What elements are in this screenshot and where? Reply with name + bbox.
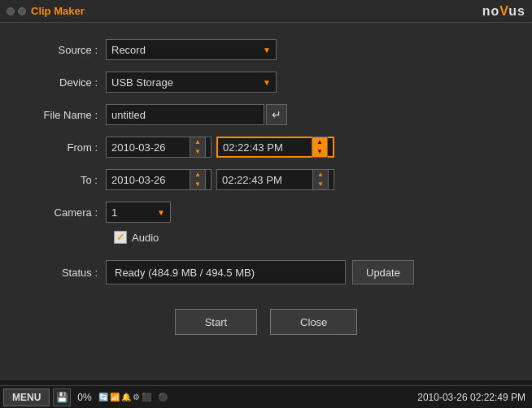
settings-icon: ⚙ [133,393,140,401]
camera-control: 1 ▼ [106,202,171,223]
source-arrow-icon: ▼ [263,46,271,54]
status-label: Status : [33,267,106,279]
to-time-field[interactable]: 02:22:43 PM ▲ ▼ [216,169,334,190]
to-time-up-btn[interactable]: ▲ [313,170,328,180]
to-date-down-btn[interactable]: ▼ [190,180,205,189]
source-value: Record [111,44,146,56]
camera-row: Camera : 1 ▼ [33,202,499,223]
status-field: Ready (484.9 MB / 494.5 MB) [106,260,346,284]
filename-row: File Name : ↵ [33,104,499,125]
to-time-spinner: ▲ ▼ [312,169,329,190]
from-label: From : [33,141,106,154]
camera-value: 1 [111,206,117,219]
close-button[interactable]: Close [270,309,357,335]
signal-icon: ⚫ [158,393,168,401]
from-date-up-btn[interactable]: ▲ [190,137,205,147]
from-date-spinner: ▲ ▼ [190,137,206,158]
network-icon: 📶 [110,393,120,401]
from-time-field[interactable]: 02:22:43 PM ▲ ▼ [216,137,334,158]
camera-dropdown[interactable]: 1 ▼ [106,202,171,223]
device-label: Device : [33,76,106,89]
device-dropdown[interactable]: USB Storage ▼ [106,72,277,93]
main-content: Source : Record ▼ Device : USB Storage ▼… [0,23,532,380]
title-bar-left: Clip Maker [7,5,85,17]
audio-checkbox[interactable]: ✓ [114,231,127,244]
to-label: To : [33,174,106,186]
from-row: From : 2010-03-26 ▲ ▼ 02:22:43 PM ▲ ▼ [33,137,499,158]
device-value: USB Storage [111,76,173,89]
from-date-field[interactable]: 2010-03-26 ▲ ▼ [106,137,211,158]
from-time-down-btn[interactable]: ▼ [312,147,327,157]
dot-1 [7,7,15,15]
to-time-down-btn[interactable]: ▼ [313,180,328,189]
taskbar-status-icons: 🔄 📶 🔔 ⚙ ⬛ [98,393,151,401]
enter-icon[interactable]: ↵ [266,104,287,125]
to-time-value: 02:22:43 PM [222,174,282,186]
to-date-spinner: ▲ ▼ [190,169,206,190]
checkbox-check-icon: ✓ [116,232,124,243]
camera-arrow-icon: ▼ [157,208,165,217]
from-control: 2010-03-26 ▲ ▼ 02:22:43 PM ▲ ▼ [106,137,334,158]
to-date-field[interactable]: 2010-03-26 ▲ ▼ [106,169,211,190]
from-time-value: 02:22:43 PM [223,141,283,154]
filename-input[interactable] [106,104,264,125]
from-date-down-btn[interactable]: ▼ [190,147,205,157]
source-control: Record ▼ [106,39,277,60]
menu-button[interactable]: MENU [3,388,50,406]
taskbar: MENU 💾 0% 🔄 📶 🔔 ⚙ ⬛ ⚫ 2010-03-26 02:22:4… [0,385,532,408]
from-time-up-btn[interactable]: ▲ [312,137,327,147]
app-title: Clip Maker [31,5,85,17]
filename-control: ↵ [106,104,287,125]
bell-icon: 🔔 [121,393,131,401]
update-button[interactable]: Update [352,260,414,284]
filename-label: File Name : [33,109,106,121]
record-icon: ⬛ [142,393,151,401]
device-row: Device : USB Storage ▼ [33,72,499,93]
source-row: Source : Record ▼ [33,39,499,60]
taskbar-hdd-icon[interactable]: 💾 [53,388,71,406]
audio-row: ✓ Audio [114,231,499,244]
action-buttons: Start Close [33,309,499,335]
title-bar: Clip Maker noVus [0,0,532,23]
window-dots [7,7,26,15]
refresh-icon: 🔄 [98,393,108,401]
to-date-up-btn[interactable]: ▲ [190,170,205,180]
taskbar-datetime: 2010-03-26 02:22:49 PM [417,392,529,403]
taskbar-percent: 0% [74,392,94,403]
to-date-value: 2010-03-26 [111,174,166,186]
novus-logo: noVus [482,4,525,19]
dot-2 [18,7,26,15]
device-control: USB Storage ▼ [106,72,277,93]
status-value: Ready (484.9 MB / 494.5 MB) [115,267,255,279]
device-arrow-icon: ▼ [263,78,271,87]
from-time-spinner: ▲ ▼ [312,137,328,158]
from-date-value: 2010-03-26 [111,141,166,154]
to-row: To : 2010-03-26 ▲ ▼ 02:22:43 PM ▲ ▼ [33,169,499,190]
camera-label: Camera : [33,206,106,219]
start-button[interactable]: Start [175,309,257,335]
to-control: 2010-03-26 ▲ ▼ 02:22:43 PM ▲ ▼ [106,169,334,190]
source-dropdown[interactable]: Record ▼ [106,39,277,60]
source-label: Source : [33,44,106,56]
status-row: Status : Ready (484.9 MB / 494.5 MB) Upd… [33,260,499,284]
audio-label: Audio [132,232,159,244]
